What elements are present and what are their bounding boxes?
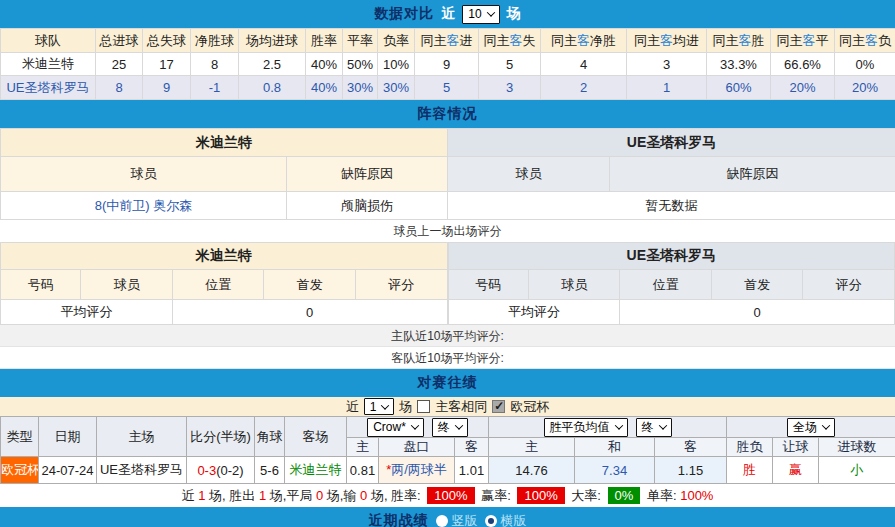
recent-results-bar: 近期战绩 竖版 横版 — [0, 507, 895, 527]
odds-home-value: 0.81 — [347, 457, 379, 484]
avg-home-value: 14.76 — [489, 457, 575, 484]
col-date: 日期 — [39, 417, 97, 457]
stat-value: 40% — [306, 76, 343, 100]
chevron-down-icon — [455, 421, 463, 429]
scope-select[interactable]: 全场 — [787, 418, 835, 437]
summary-text: 1 — [259, 488, 266, 503]
away-team-link[interactable]: 米迪兰特 — [285, 457, 347, 484]
same-venue-label[interactable]: 主客相同 — [435, 398, 487, 416]
absence-reason: 颅脑损伤 — [287, 192, 448, 220]
vertical-radio[interactable] — [436, 515, 448, 527]
stat-value: 3 — [479, 76, 541, 100]
stats-col-header: 同主客进 — [415, 29, 479, 53]
avg-draw-value: 7.34 — [575, 457, 655, 484]
stat-value: 8 — [96, 76, 143, 100]
summary-text: 大率: — [568, 487, 605, 505]
stats-col-header: 球队 — [1, 29, 96, 53]
summary-text: 0 — [360, 488, 367, 503]
rate-badge: 0% — [608, 487, 641, 504]
h2h-section-bar: 对赛往绩 — [0, 369, 895, 397]
vertical-layout-option[interactable]: 竖版 — [436, 512, 478, 527]
stat-value: 0.8 — [239, 76, 306, 100]
competition-label[interactable]: 欧冠杯 — [510, 398, 549, 416]
lineup-home-player-col: 球员 — [1, 157, 287, 192]
competition-checkbox[interactable] — [492, 400, 505, 413]
recent-near-label: 近 — [441, 5, 455, 23]
h2h-table: 类型 日期 主场 比分(半场) 角球 客场 Crow* 终 — [0, 416, 895, 484]
stats-header-row: 球队总进球总失球净胜球场均进球胜率平率负率同主客进同主客失同主客净胜同主客均进同… — [1, 29, 895, 53]
h2h-filter-row: 近 1 场 主客相同 欧冠杯 — [0, 397, 895, 416]
stats-col-header: 胜率 — [306, 29, 343, 53]
stats-comparison-table: 球队总进球总失球净胜球场均进球胜率平率负率同主客进同主客失同主客净胜同主客均进同… — [0, 28, 895, 100]
stat-value: 4 — [541, 53, 627, 76]
lineup-data-row: 8(中前卫) 奥尔森 颅脑损伤 暂无数据 — [1, 192, 895, 220]
chevron-down-icon — [411, 421, 419, 429]
h2h-count-value: 1 — [370, 400, 377, 414]
h2h-unit-label: 场 — [399, 398, 412, 416]
stat-value: 30% — [343, 76, 378, 100]
home-ratings-table: 米迪兰特 号码球员位置首发评分 平均评分 0 — [0, 242, 448, 325]
stats-col-header: 同主客净胜 — [541, 29, 627, 53]
horizontal-radio[interactable] — [485, 515, 497, 527]
stat-value: 50% — [343, 53, 378, 76]
same-venue-checkbox[interactable] — [417, 400, 430, 413]
away-ratings-team: UE圣塔科罗马 — [448, 243, 895, 270]
result-wl-value: 胜 — [727, 457, 773, 484]
stat-value: 5 — [479, 53, 541, 76]
stat-value: 9 — [415, 53, 479, 76]
away-ratings-table: UE圣塔科罗马 号码球员位置首发评分 平均评分 0 — [448, 242, 895, 325]
rating-col-header: 号码 — [1, 270, 81, 300]
h2h-count-select[interactable]: 1 — [364, 398, 395, 415]
summary-text: 场, 胜率: — [367, 487, 424, 505]
stat-value: 33.3% — [707, 53, 771, 76]
summary-text: 场,输 — [323, 487, 360, 505]
ratings-tables: 米迪兰特 号码球员位置首发评分 平均评分 0 UE圣塔科罗马 号码球员位置首发评… — [0, 242, 895, 325]
stat-value: 2.5 — [239, 53, 306, 76]
home-ratings-team: 米迪兰特 — [1, 243, 448, 270]
col-corner: 角球 — [255, 417, 285, 457]
avg-away-value: 1.15 — [655, 457, 727, 484]
home-recent-rating-row: 主队近10场平均评分: — [0, 325, 895, 347]
recent-count-select[interactable]: 10 — [462, 5, 499, 24]
score-fulltime: 0-3 — [197, 463, 216, 478]
horizontal-layout-option[interactable]: 横版 — [485, 512, 527, 527]
team-name[interactable]: UE圣塔科罗马 — [1, 76, 96, 100]
h2h-near-label: 近 — [346, 398, 359, 416]
rate-badge: 100% — [427, 487, 474, 504]
avg-odds-select[interactable]: 胜平负均值 — [544, 418, 628, 437]
lineup-section-title: 阵容情况 — [418, 105, 478, 123]
lineup-table: 米迪兰特 UE圣塔科罗马 球员 缺阵原因 球员 缺阵原因 8(中前卫) 奥尔森 … — [0, 128, 895, 220]
recent-results-title: 近期战绩 — [369, 512, 429, 527]
avg-final-select[interactable]: 终 — [636, 418, 672, 437]
col-result-goals: 进球数 — [819, 438, 895, 457]
col-odds-away: 客 — [455, 438, 489, 457]
stat-value: 20% — [835, 76, 895, 100]
stat-value: 10% — [378, 53, 415, 76]
handicap-value: *两/两球半 — [379, 457, 455, 484]
stat-value: 66.6% — [771, 53, 835, 76]
rating-col-header: 位置 — [172, 270, 264, 300]
corner-count: 5-6 — [255, 457, 285, 484]
stats-col-header: 同主客负 — [835, 29, 895, 53]
recent-count-value: 10 — [468, 7, 481, 21]
chevron-down-icon — [614, 421, 622, 429]
stat-value: 2 — [541, 76, 627, 100]
avg-odds-group: 胜平负均值 终 — [489, 417, 727, 438]
match-date: 24-07-24 — [39, 457, 97, 484]
col-away: 客场 — [285, 417, 347, 457]
home-team-link[interactable]: UE圣塔科罗马 — [97, 457, 187, 484]
lineup-columns-row: 球员 缺阵原因 球员 缺阵原因 — [1, 157, 895, 192]
chevron-down-icon — [381, 401, 389, 409]
rating-col-header: 评分 — [803, 270, 895, 300]
odds-company-select[interactable]: Crow* — [367, 418, 424, 437]
odds-final-select[interactable]: 终 — [432, 418, 468, 437]
home-ratings-columns: 号码球员位置首发评分 — [1, 270, 448, 300]
stat-value: 60% — [707, 76, 771, 100]
result-scope-group: 全场 — [727, 417, 895, 438]
stats-col-header: 同主客均进 — [627, 29, 707, 53]
summary-text: 场, 胜出 — [205, 487, 258, 505]
competition-badge[interactable]: 欧冠杯 — [1, 457, 39, 484]
team-name[interactable]: 米迪兰特 — [1, 53, 96, 76]
absent-player-link[interactable]: 8(中前卫) 奥尔森 — [1, 192, 287, 220]
horizontal-label: 横版 — [501, 512, 527, 527]
